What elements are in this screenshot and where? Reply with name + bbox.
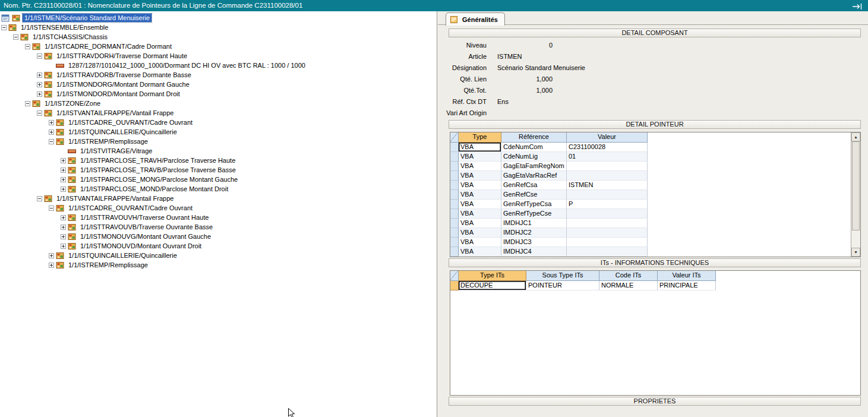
tab-generalites[interactable]: Généralités bbox=[446, 12, 505, 26]
expand-plus-icon[interactable] bbox=[61, 168, 66, 173]
grid-cell[interactable]: P bbox=[567, 200, 648, 209]
row-selector[interactable] bbox=[450, 247, 459, 257]
grid-cell[interactable]: NORMALE bbox=[599, 281, 658, 290]
tree-item[interactable]: 1/1/ISTVITRAGE/Vitrage bbox=[0, 146, 437, 156]
expand-plus-icon[interactable] bbox=[37, 91, 42, 97]
tree-item[interactable]: 1/1/ISTCADRE_OUVRANT/Cadre Ouvrant bbox=[0, 118, 437, 127]
expand-plus-icon[interactable] bbox=[49, 129, 54, 135]
tree-item[interactable]: 1/1/ISTQUINCAILLERIE/Quincaillerie bbox=[0, 251, 437, 260]
grid-cell[interactable] bbox=[567, 171, 648, 181]
tree-item[interactable]: 1/1/ISTPARCLOSE_MONG/Parclose Montant Ga… bbox=[0, 175, 437, 184]
row-selector[interactable] bbox=[450, 190, 459, 200]
grid-cell[interactable]: VBA bbox=[459, 152, 501, 162]
tree-item[interactable]: 1/1/ISTCADRE_OUVRANT/Cadre Ouvrant bbox=[0, 203, 437, 213]
column-header[interactable]: Valeur ITs bbox=[658, 271, 716, 281]
grid-cell[interactable]: VBA bbox=[459, 219, 501, 228]
grid-cell[interactable]: VBA bbox=[459, 181, 501, 190]
grid-cell[interactable]: GagEtaVarRacRef bbox=[501, 171, 567, 181]
vertical-scrollbar[interactable]: ▲ ▼ bbox=[851, 132, 860, 257]
expand-plus-icon[interactable] bbox=[61, 215, 66, 220]
grid-cell[interactable]: VBA bbox=[459, 209, 501, 219]
row-selector[interactable] bbox=[450, 181, 459, 190]
column-header[interactable]: Type ITs bbox=[459, 271, 526, 281]
tree-item[interactable]: 1/1/ISTMONOUVD/Montant Ouvrant Droit bbox=[0, 241, 437, 251]
column-header[interactable]: Valeur bbox=[567, 132, 648, 143]
collapse-minus-icon[interactable] bbox=[37, 196, 42, 201]
tree-item[interactable]: 1/1/ISTPARCLOSE_TRAVH/Parclose Traverse … bbox=[0, 156, 437, 165]
row-selector[interactable] bbox=[450, 171, 459, 181]
tree-item[interactable]: 1/1/ISTTRAVDORH/Traverse Dormant Haute bbox=[0, 51, 437, 61]
grid-cell[interactable]: VBA bbox=[459, 143, 501, 152]
tree-item[interactable]: 1287/1287/1010412_1000_1000/Dormant DC H… bbox=[0, 61, 437, 70]
row-selector[interactable] bbox=[450, 152, 459, 162]
tree-item[interactable]: 1/1/ISTMEN/Scénario Standard Menuiserie bbox=[0, 13, 437, 23]
grid-cell[interactable]: CdeNumLig bbox=[501, 152, 567, 162]
grid-cell[interactable]: VBA bbox=[459, 200, 501, 209]
grid-cell[interactable]: GagEtaFamRegNom bbox=[501, 162, 567, 171]
grid-cell[interactable]: CdeNumCom bbox=[501, 143, 567, 152]
grid-cell[interactable]: PRINCIPALE bbox=[658, 281, 716, 290]
tree-item[interactable]: 1/1/ISTMONOUVG/Montant Ouvrant Gauche bbox=[0, 232, 437, 241]
expand-plus-icon[interactable] bbox=[37, 82, 42, 87]
expand-plus-icon[interactable] bbox=[61, 177, 66, 182]
row-selector[interactable] bbox=[450, 200, 459, 209]
collapse-minus-icon[interactable] bbox=[49, 139, 54, 144]
collapse-minus-icon[interactable] bbox=[1, 25, 7, 30]
grid-cell[interactable] bbox=[567, 228, 648, 238]
scrollbar-thumb[interactable] bbox=[852, 141, 860, 230]
collapse-minus-icon[interactable] bbox=[25, 101, 30, 106]
tree-item[interactable]: 1/1/ISTREMP/Remplissage bbox=[0, 137, 437, 146]
expand-plus-icon[interactable] bbox=[49, 263, 54, 268]
grid-cell[interactable]: GenRefCsa bbox=[501, 181, 567, 190]
collapse-minus-icon[interactable] bbox=[25, 44, 30, 49]
tree-item[interactable]: 1/1/ISTZONE/Zone bbox=[0, 99, 437, 108]
row-selector[interactable] bbox=[450, 143, 459, 152]
grid-cell[interactable]: VBA bbox=[459, 190, 501, 200]
arrow-to-bar-icon[interactable] bbox=[851, 2, 863, 10]
expand-plus-icon[interactable] bbox=[61, 158, 66, 163]
grid-cell[interactable]: DECOUPE bbox=[459, 281, 526, 290]
expand-plus-icon[interactable] bbox=[61, 234, 66, 239]
row-selector[interactable] bbox=[450, 281, 459, 290]
grid-cell[interactable]: VBA bbox=[459, 247, 501, 257]
grid-cell[interactable]: VBA bbox=[459, 228, 501, 238]
row-selector[interactable] bbox=[450, 238, 459, 247]
row-selector[interactable] bbox=[450, 219, 459, 228]
collapse-minus-icon[interactable] bbox=[37, 53, 42, 59]
tree-item[interactable]: 1/1/ISTVANTAILFRAPPE/Vantail Frappe bbox=[0, 194, 437, 203]
grid-cell[interactable]: GenRefCse bbox=[501, 190, 567, 200]
grid-cell[interactable]: 01 bbox=[567, 152, 648, 162]
tree-item[interactable]: 1/1/ISTREMP/Remplissage bbox=[0, 260, 437, 270]
tree-item[interactable]: 1/1/ISTPARCLOSE_MOND/Parclose Montant Dr… bbox=[0, 184, 437, 194]
tree-item[interactable]: 1/1/ISTTRAVOUVB/Traverse Ouvrante Basse bbox=[0, 222, 437, 232]
grid-cell[interactable]: GenRefTypeCsa bbox=[501, 200, 567, 209]
row-selector[interactable] bbox=[450, 228, 459, 238]
grid-cell[interactable]: POINTEUR bbox=[526, 281, 599, 290]
column-header[interactable]: Type bbox=[459, 132, 501, 143]
grid-cell[interactable]: GenRefTypeCse bbox=[501, 209, 567, 219]
tree-item[interactable]: 1/1/ISTQUINCAILLERIE/Quincaillerie bbox=[0, 127, 437, 137]
grid-cell[interactable]: VBA bbox=[459, 171, 501, 181]
scroll-up-icon[interactable]: ▲ bbox=[851, 132, 860, 141]
grid-cell[interactable]: IMDHJC4 bbox=[501, 247, 567, 257]
tree-item[interactable]: 1/1/ISTENSEMBLE/Ensemble bbox=[0, 23, 437, 32]
grid-cell[interactable]: IMDHJC1 bbox=[501, 219, 567, 228]
row-selector[interactable] bbox=[450, 162, 459, 171]
expand-plus-icon[interactable] bbox=[61, 225, 66, 230]
tree-item[interactable]: 1/1/ISTMONDORD/Montant Dormant Droit bbox=[0, 89, 437, 99]
grid-cell[interactable] bbox=[567, 190, 648, 200]
grid-cell[interactable] bbox=[567, 247, 648, 257]
expand-plus-icon[interactable] bbox=[49, 120, 54, 125]
grid-cell[interactable]: VBA bbox=[459, 238, 501, 247]
grid-cell[interactable]: IMDHJC2 bbox=[501, 228, 567, 238]
column-header[interactable]: Code ITs bbox=[599, 271, 658, 281]
column-header[interactable]: Référence bbox=[501, 132, 567, 143]
tree-item[interactable]: 1/1/ISTVANTAILFRAPPE/Vantail Frappe bbox=[0, 108, 437, 118]
grid-cell[interactable]: C231100028 bbox=[567, 143, 648, 152]
grid-cell[interactable]: ISTMEN bbox=[567, 181, 648, 190]
grid-cell[interactable]: VBA bbox=[459, 162, 501, 171]
tree-item[interactable]: 1/1/ISTCADRE_DORMANT/Cadre Dormant bbox=[0, 42, 437, 51]
tree-item[interactable]: 1/1/ISTTRAVOUVH/Traverse Ouvrant Haute bbox=[0, 213, 437, 222]
expand-plus-icon[interactable] bbox=[61, 244, 66, 249]
expand-plus-icon[interactable] bbox=[37, 72, 42, 78]
